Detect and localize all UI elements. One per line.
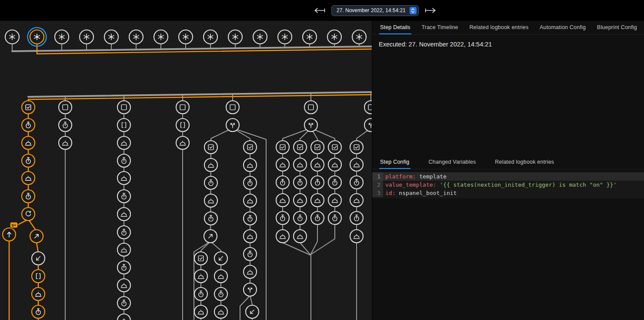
trace-node-asterisk[interactable] <box>28 28 47 46</box>
trace-node-timer[interactable] <box>22 190 35 203</box>
trace-node-bell[interactable] <box>117 314 130 320</box>
trace-node-square[interactable] <box>59 101 72 114</box>
trace-node-timer[interactable] <box>276 211 289 224</box>
trace-node-bell[interactable] <box>294 194 307 207</box>
trace-node-timer[interactable] <box>117 154 130 167</box>
trace-node-timer[interactable] <box>244 212 257 225</box>
trace-node-bell[interactable] <box>276 230 289 243</box>
trace-node-timer[interactable] <box>117 261 130 274</box>
trace-node-bell[interactable] <box>214 305 227 318</box>
trace-node-asterisk[interactable] <box>303 30 317 44</box>
trace-node-square[interactable] <box>364 101 372 114</box>
trace-node-refresh[interactable] <box>22 208 35 221</box>
trace-node-asterisk[interactable] <box>129 30 143 44</box>
tab-step-config[interactable]: Step Config <box>379 155 410 169</box>
trace-node-bell[interactable] <box>194 270 207 283</box>
trace-node-timer[interactable] <box>328 211 341 224</box>
trace-node-asterisk[interactable] <box>228 30 242 44</box>
trace-node-asterisk[interactable] <box>278 30 292 44</box>
trace-node-check-square[interactable] <box>22 101 35 114</box>
trace-node-arrow-up-right[interactable] <box>204 230 217 243</box>
trace-node-check-square[interactable] <box>204 141 217 154</box>
trace-node-square[interactable] <box>226 101 239 114</box>
trace-node-brackets[interactable] <box>32 270 45 283</box>
trace-node-bell[interactable] <box>328 194 341 207</box>
trace-node-arrow-up[interactable]: 9+ <box>3 222 18 241</box>
trace-node-bell[interactable] <box>294 230 307 243</box>
tab-step-details[interactable]: Step Details <box>379 21 411 34</box>
trace-node-asterisk[interactable] <box>352 30 366 44</box>
trace-node-arrow-down-left[interactable] <box>246 305 259 318</box>
trace-node-asterisk[interactable] <box>327 30 341 44</box>
trace-node-bell[interactable] <box>276 194 289 207</box>
trace-node-timer[interactable] <box>294 176 307 189</box>
trace-node-timer[interactable] <box>32 305 45 318</box>
trace-node-split[interactable] <box>304 119 317 132</box>
trace-node-bell[interactable] <box>117 208 130 221</box>
tab-trace-timeline[interactable]: Trace Timeline <box>420 21 459 34</box>
trace-node-square[interactable] <box>304 101 317 114</box>
trace-node-asterisk[interactable] <box>104 30 118 44</box>
trace-node-timer[interactable] <box>194 287 207 300</box>
trace-node-timer[interactable] <box>311 176 324 189</box>
trace-node-bell[interactable] <box>32 287 45 300</box>
trace-node-bell[interactable] <box>244 194 257 207</box>
trace-node-bell[interactable] <box>350 158 363 171</box>
trace-node-split[interactable] <box>226 119 239 132</box>
trace-node-timer[interactable] <box>294 211 307 224</box>
trace-node-timer[interactable] <box>276 176 289 189</box>
trace-node-split[interactable] <box>364 119 372 132</box>
trace-node-arrow-down-left[interactable] <box>214 252 227 265</box>
trace-node-timer[interactable] <box>117 226 130 239</box>
trace-node-timer[interactable] <box>328 176 341 189</box>
trace-node-bell[interactable] <box>350 230 363 243</box>
trace-node-bell[interactable] <box>350 194 363 207</box>
trace-node-asterisk[interactable] <box>80 30 93 44</box>
trace-node-timer[interactable] <box>204 212 217 225</box>
trace-node-brackets[interactable] <box>117 119 130 132</box>
trace-node-bell[interactable] <box>117 243 130 256</box>
trace-node-timer[interactable] <box>22 154 35 167</box>
trace-node-bell[interactable] <box>244 265 257 278</box>
tab-changed-variables[interactable]: Changed Variables <box>428 155 477 169</box>
trace-node-check-square[interactable] <box>276 141 289 154</box>
trace-node-timer[interactable] <box>350 211 363 224</box>
trace-node-asterisk[interactable] <box>154 30 168 44</box>
trace-node-bell[interactable] <box>117 279 130 292</box>
trace-node-bell[interactable] <box>294 158 307 171</box>
trace-node-timer[interactable] <box>350 176 363 189</box>
trace-node-check-square[interactable] <box>294 141 307 154</box>
trace-node-bell[interactable] <box>204 194 217 207</box>
trace-node-bell[interactable] <box>194 305 207 318</box>
trace-node-bell[interactable] <box>244 158 257 172</box>
trace-node-check-square[interactable] <box>311 141 324 154</box>
trace-run-select[interactable]: 27. November 2022, 14:54:21 <box>331 5 419 16</box>
trace-node-square[interactable] <box>176 101 189 114</box>
trace-node-check-square[interactable] <box>244 141 257 154</box>
trace-node-check-square[interactable] <box>350 141 363 154</box>
trace-node-arrow-up-right[interactable] <box>30 230 43 243</box>
trace-node-check-square[interactable] <box>328 141 341 154</box>
trace-node-bell[interactable] <box>117 172 130 185</box>
trace-node-timer[interactable] <box>214 287 227 300</box>
tab-related-logbook-entries[interactable]: Related logbook entries <box>494 155 555 169</box>
trace-node-bell[interactable] <box>311 158 324 171</box>
trace-node-bell[interactable] <box>276 158 289 171</box>
trace-node-asterisk[interactable] <box>253 30 267 44</box>
trace-node-square[interactable] <box>117 101 130 114</box>
step-config-code-editor[interactable]: 1platform: template2value_template: '{{ … <box>372 172 644 198</box>
trace-node-bell[interactable] <box>22 136 35 149</box>
trace-node-asterisk[interactable] <box>179 30 193 44</box>
trace-node-asterisk[interactable] <box>204 30 217 44</box>
trace-node-timer[interactable] <box>244 247 257 261</box>
tab-blueprint-config[interactable]: Blueprint Config <box>596 21 638 34</box>
trace-node-arrow-down-left[interactable] <box>32 252 45 265</box>
tab-related-logbook-entries[interactable]: Related logbook entries <box>468 21 529 34</box>
trace-node-bell[interactable] <box>22 172 35 185</box>
trace-node-bell[interactable] <box>59 136 72 149</box>
trace-node-bell[interactable] <box>328 158 341 171</box>
trace-node-timer[interactable] <box>244 176 257 189</box>
next-run-arrow-icon[interactable] <box>424 7 437 13</box>
trace-node-check-square[interactable] <box>194 252 207 265</box>
previous-run-arrow-icon[interactable] <box>314 7 326 13</box>
